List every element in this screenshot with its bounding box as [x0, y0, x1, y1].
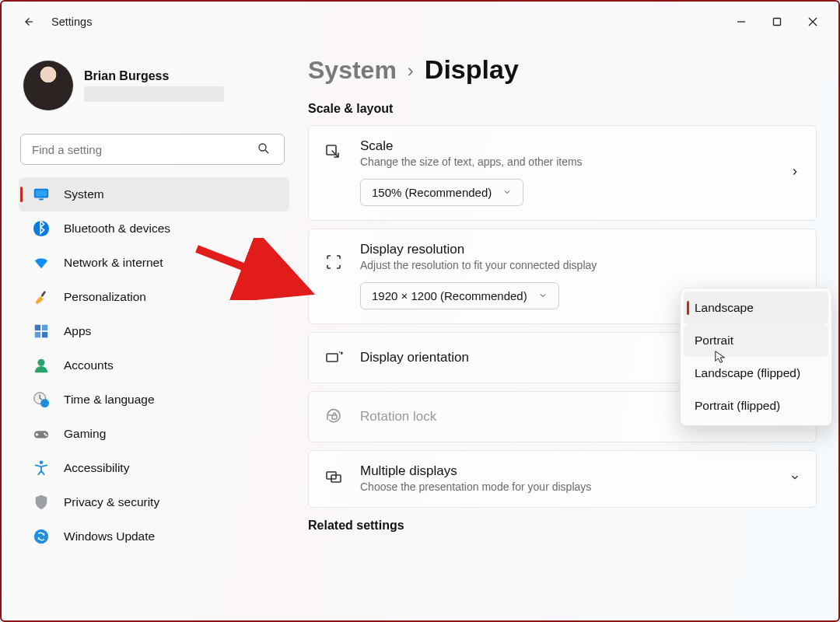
- svg-point-7: [33, 221, 49, 236]
- sidebar-item-network-internet[interactable]: Network & internet: [19, 246, 289, 280]
- rotation-lock-icon: [324, 407, 343, 426]
- resolution-dropdown-value: 1920 × 1200 (Recommended): [372, 289, 527, 302]
- user-email-redacted: [84, 86, 224, 102]
- bluetooth-icon: [33, 220, 50, 237]
- avatar: [23, 61, 73, 110]
- wifi-icon: [33, 254, 50, 271]
- sidebar-item-label: Windows Update: [64, 529, 155, 543]
- chevron-down-icon: [502, 186, 512, 199]
- resolution-title: Display resolution: [360, 242, 800, 257]
- section-heading-scale-layout: Scale & layout: [308, 102, 817, 116]
- multiple-displays-sub: Choose the presentation mode for your di…: [360, 480, 800, 493]
- maximize-icon: [772, 17, 782, 26]
- scale-sub: Change the size of text, apps, and other…: [360, 156, 800, 168]
- sidebar-item-accounts[interactable]: Accounts: [19, 348, 289, 383]
- sidebar-item-label: Network & internet: [64, 256, 163, 270]
- window-controls: [723, 9, 831, 34]
- sidebar-item-label: Personalization: [64, 290, 146, 304]
- svg-point-15: [40, 399, 49, 407]
- resolution-dropdown[interactable]: 1920 × 1200 (Recommended): [360, 282, 559, 309]
- svg-rect-10: [42, 325, 47, 330]
- svg-rect-11: [35, 332, 40, 337]
- scale-card[interactable]: Scale Change the size of text, apps, and…: [308, 125, 817, 221]
- app-title: Settings: [51, 16, 92, 28]
- svg-point-13: [37, 359, 44, 366]
- svg-point-17: [44, 433, 45, 435]
- breadcrumb-root[interactable]: System: [308, 56, 397, 85]
- sidebar-item-label: Apps: [64, 324, 91, 338]
- search-wrap: [20, 134, 286, 165]
- user-header[interactable]: Brian Burgess: [19, 56, 289, 123]
- user-name: Brian Burgess: [84, 69, 285, 83]
- maximize-button[interactable]: [759, 9, 795, 34]
- svg-rect-23: [332, 415, 337, 419]
- multiple-displays-card[interactable]: Multiple displays Choose the presentatio…: [308, 450, 817, 508]
- svg-rect-12: [42, 332, 47, 337]
- resolution-sub: Adjust the resolution to fit your connec…: [360, 259, 800, 271]
- close-button[interactable]: [795, 9, 831, 34]
- sidebar: Brian Burgess SystemBluetooth & devicesN…: [2, 42, 297, 620]
- clock-globe-icon: [33, 391, 50, 408]
- shield-icon: [33, 494, 50, 511]
- sidebar-item-label: Bluetooth & devices: [64, 222, 170, 236]
- sidebar-item-system[interactable]: System: [19, 177, 289, 211]
- sidebar-item-bluetooth-devices[interactable]: Bluetooth & devices: [19, 211, 289, 246]
- orientation-option-portrait[interactable]: Portrait: [684, 324, 828, 357]
- back-arrow-icon: [21, 15, 35, 29]
- minimize-button[interactable]: [723, 9, 759, 34]
- sidebar-item-privacy-security[interactable]: Privacy & security: [19, 485, 289, 519]
- sidebar-item-windows-update[interactable]: Windows Update: [19, 519, 289, 554]
- chevron-down-icon: [538, 289, 548, 302]
- sidebar-item-label: Privacy & security: [64, 495, 159, 509]
- scale-icon: [324, 143, 343, 162]
- apps-icon: [33, 323, 50, 340]
- sidebar-item-time-language[interactable]: Time & language: [19, 383, 289, 417]
- orientation-option-landscape[interactable]: Landscape: [684, 292, 828, 324]
- svg-rect-6: [39, 199, 44, 201]
- sidebar-item-label: System: [64, 187, 104, 201]
- svg-point-18: [45, 435, 47, 436]
- sidebar-item-apps[interactable]: Apps: [19, 314, 289, 348]
- svg-rect-1: [774, 19, 781, 26]
- breadcrumb: System › Display: [308, 54, 817, 85]
- sidebar-item-label: Accounts: [64, 358, 114, 372]
- orientation-option-portrait-flipped[interactable]: Portrait (flipped): [684, 390, 828, 422]
- svg-rect-22: [327, 354, 338, 362]
- sidebar-item-gaming[interactable]: Gaming: [19, 417, 289, 451]
- scale-title: Scale: [360, 138, 800, 154]
- svg-point-20: [34, 529, 48, 543]
- scale-dropdown[interactable]: 150% (Recommended): [360, 179, 523, 206]
- sync-icon: [33, 528, 50, 545]
- sidebar-item-accessibility[interactable]: Accessibility: [19, 451, 289, 485]
- svg-rect-5: [36, 190, 47, 197]
- title-bar: Settings: [2, 2, 838, 42]
- multiple-displays-icon: [324, 468, 343, 487]
- svg-rect-9: [35, 325, 40, 330]
- sidebar-item-label: Time & language: [64, 393, 155, 407]
- multiple-displays-title: Multiple displays: [360, 463, 800, 479]
- search-input[interactable]: [20, 134, 285, 165]
- accessibility-icon: [33, 460, 50, 477]
- nav: SystemBluetooth & devicesNetwork & inter…: [19, 177, 289, 554]
- orientation-option-landscape-flipped[interactable]: Landscape (flipped): [684, 357, 828, 390]
- main: System › Display Scale & layout Scale Ch…: [297, 42, 838, 620]
- close-icon: [808, 17, 817, 26]
- sidebar-item-label: Accessibility: [64, 461, 129, 475]
- section-heading-related: Related settings: [308, 519, 817, 533]
- svg-point-19: [40, 460, 44, 464]
- resolution-icon: [324, 253, 343, 271]
- breadcrumb-separator-icon: ›: [408, 60, 414, 82]
- sidebar-item-label: Gaming: [64, 427, 106, 441]
- page-title: Display: [425, 54, 519, 85]
- back-button[interactable]: [19, 12, 37, 31]
- scale-dropdown-value: 150% (Recommended): [372, 186, 492, 199]
- person-icon: [33, 357, 50, 374]
- gamepad-icon: [33, 425, 50, 442]
- brush-icon: [33, 288, 50, 306]
- svg-rect-8: [40, 291, 46, 297]
- monitor-icon: [33, 186, 50, 203]
- orientation-icon: [324, 348, 343, 367]
- minimize-icon: [737, 17, 746, 26]
- sidebar-item-personalization[interactable]: Personalization: [19, 280, 289, 314]
- chevron-down-icon: [789, 472, 800, 486]
